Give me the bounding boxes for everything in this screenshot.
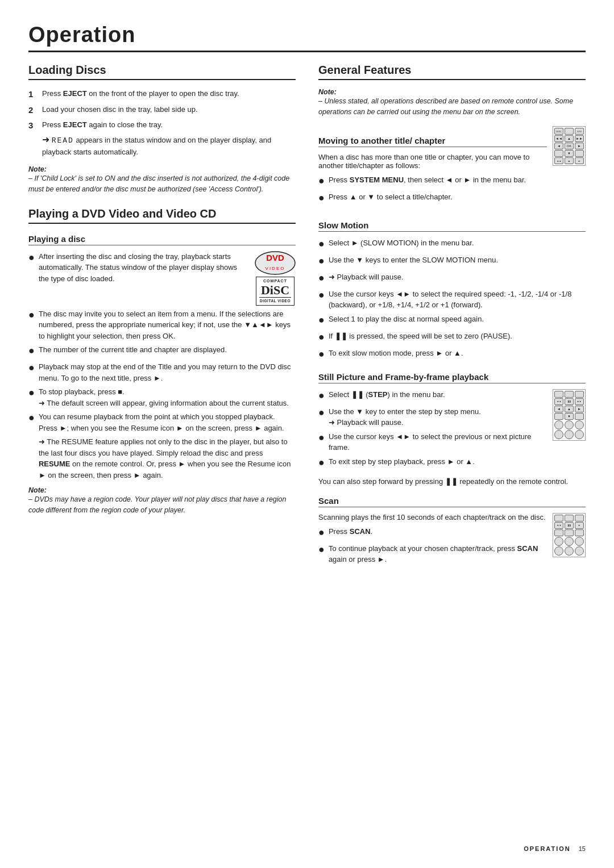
remote-scan: ◄◄ ❚❚ ► [553, 513, 586, 557]
scan-bullets: ● Press SCAN. ● To continue playback at … [318, 526, 547, 565]
loading-discs-title: Loading Discs [28, 64, 296, 80]
slow-bullet-4: ● Use the cursor keys ◄► to select the r… [318, 289, 586, 311]
moving-bullet-1: ● Press SYSTEM MENU, then select ◄ or ► … [318, 174, 547, 189]
slow-bullet-1: ● Select ► (SLOW MOTION) in the menu bar… [318, 237, 586, 252]
moving-title: Moving to another title/ chapter [318, 136, 547, 147]
slow-bullet-2: ● Use the ▼ keys to enter the SLOW MOTIO… [318, 254, 586, 269]
moving-bullet-2: ● Press ▲ or ▼ to select a title/chapter… [318, 191, 547, 206]
slow-bullet-5: ● Select 1 to play the disc at normal sp… [318, 314, 586, 328]
general-note: Note: – Unless stated, all operations de… [318, 88, 586, 118]
loading-step-3: 3 Press EJECT again to close the tray. ➜… [28, 119, 296, 157]
scan-intro: Scanning plays the first 10 seconds of e… [318, 513, 547, 521]
playing-bullet-6: ● You can resume playback from the point… [28, 411, 296, 481]
dvd-logo: DVD VIDEO COMPACT DiSC DIGITAL VIDEO [255, 251, 296, 306]
still-section: ● Select ❚❚ (STEP) in the menu bar. ● Us… [318, 389, 586, 475]
playing-disc-bullets: ● After inserting the disc and closing t… [28, 251, 296, 481]
footer-label: Operation [524, 845, 571, 852]
playing-bullet-1: ● After inserting the disc and closing t… [28, 251, 296, 306]
loading-note: Note: – If 'Child Lock' is set to ON and… [28, 165, 296, 195]
still-picture-title: Still Picture and Frame-by-frame playbac… [318, 372, 586, 383]
svg-text:VIDEO: VIDEO [265, 266, 285, 271]
still-bullets: ● Select ❚❚ (STEP) in the menu bar. ● Us… [318, 389, 547, 470]
loading-steps-list: 1 Press EJECT on the front of the player… [28, 88, 296, 157]
page-title: Operation [28, 23, 586, 52]
dvd-video-logo: DVD VIDEO [255, 251, 296, 275]
loading-step-1: 1 Press EJECT on the front of the player… [28, 88, 296, 101]
general-features-title: General Features [318, 64, 586, 80]
dvd-note: Note: – DVDs may have a region code. You… [28, 486, 296, 516]
still-bullet-3: ● Use the cursor keys ◄► to select the p… [318, 431, 547, 453]
playing-disc-subtitle: Playing a disc [28, 234, 296, 245]
moving-section: Moving to another title/ chapter When a … [318, 126, 586, 210]
scan-section: Scanning plays the first 10 seconds of e… [318, 513, 586, 570]
remote-still: ◄◄ ❚❚ ►► ◄ ▲ ► ▼ [553, 389, 586, 441]
left-column: Loading Discs 1 Press EJECT on the front… [28, 64, 296, 521]
slow-motion-bullets: ● Select ► (SLOW MOTION) in the menu bar… [318, 237, 586, 362]
playing-bullet-2: ● The disc may invite you to select an i… [28, 308, 296, 342]
slow-bullet-3: ● ➜ Playback will pause. [318, 272, 586, 286]
slow-motion-title: Slow Motion [318, 220, 586, 232]
footer-page: 15 [579, 845, 586, 852]
slow-bullet-6: ● If ❚❚ is pressed, the speed will be se… [318, 331, 586, 345]
playing-bullet-4: ● Playback may stop at the end of the Ti… [28, 361, 296, 383]
scan-title: Scan [318, 496, 586, 507]
playing-bullet-5: ● To stop playback, press ■. ➜ The defau… [28, 386, 296, 408]
still-bullet-2: ● Use the ▼ key to enter the step by ste… [318, 406, 547, 428]
still-bullet-1: ● Select ❚❚ (STEP) in the menu bar. [318, 389, 547, 403]
playing-bullet-3: ● The number of the current title and ch… [28, 344, 296, 358]
still-extra-text: You can also step forward by pressing ❚❚… [318, 477, 586, 486]
right-column: General Features Note: – Unless stated, … [318, 64, 586, 570]
loading-step-2: 2 Load your chosen disc in the tray, lab… [28, 104, 296, 117]
moving-intro: When a disc has more than one title or c… [318, 153, 547, 170]
remote-moving: DISC SYS ◄◄ ▲ ►► ◄ OK ► [553, 126, 586, 166]
compact-disc-badge: COMPACT DiSC DIGITAL VIDEO [256, 277, 294, 306]
scan-bullet-1: ● Press SCAN. [318, 526, 547, 540]
slow-bullet-7: ● To exit slow motion mode, press ► or ▲… [318, 348, 586, 362]
footer: Operation 15 [524, 845, 586, 852]
playing-dvd-title: Playing a DVD Video and Video CD [28, 207, 296, 224]
still-bullet-4: ● To exit step by step playback, press ►… [318, 456, 547, 470]
moving-bullets: ● Press SYSTEM MENU, then select ◄ or ► … [318, 174, 547, 206]
svg-text:DVD: DVD [266, 253, 284, 262]
scan-bullet-2: ● To continue playback at your chosen ch… [318, 543, 547, 565]
